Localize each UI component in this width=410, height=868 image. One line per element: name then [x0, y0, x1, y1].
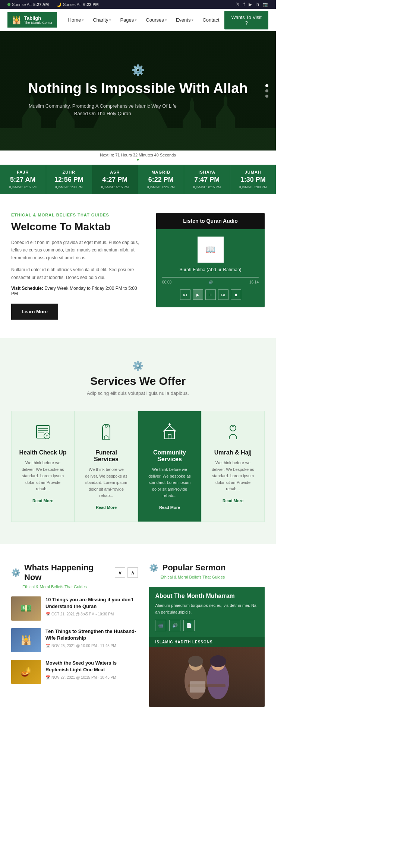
welcome-tag: ETHICAL & MORAL BELIEFS THAT GUIDES — [11, 213, 141, 217]
health-link[interactable]: Read More — [32, 498, 53, 503]
happening-subtitle: Ethical & Moral Beliefs That Guides — [22, 585, 138, 589]
prayer-zuhr-name: ZUHR — [50, 170, 88, 174]
service-health: Health Check Up We think before we deliv… — [11, 411, 75, 522]
visit-schedule: Visit Schedule: Every Week Monday to Fri… — [11, 286, 141, 296]
welcome-text-2: Nullam id dolor id nibh ultricies vehicu… — [11, 266, 141, 281]
hero-dots — [265, 84, 268, 98]
audio-header: Listen to Quran Audio — [156, 213, 265, 229]
hajj-name: Umrah & Hajj — [209, 449, 257, 456]
service-community: Community Services We think before we de… — [138, 411, 201, 522]
news-date-1: 📅 OCT 21, 2021 @ 8:45 PM - 10:30 PM — [45, 612, 138, 616]
nav-charity[interactable]: Charity ▾ — [89, 15, 115, 25]
nav-home[interactable]: Home ▾ — [64, 15, 88, 25]
linkedin-link[interactable]: in — [256, 2, 259, 7]
audio-prev-button[interactable]: ⏮ — [180, 289, 190, 300]
happening-prev-button[interactable]: ∨ — [115, 567, 125, 578]
moon-icon: 🌙 — [56, 2, 62, 7]
sermon-card-header: About The Month Muharram Alienum phaedru… — [149, 587, 265, 637]
sermon-video-button[interactable]: 📹 — [155, 620, 166, 631]
news-thumb-3: 🪔 — [11, 660, 41, 684]
quran-icon: 📖 — [205, 245, 215, 254]
audio-stop-button[interactable]: ⏹ — [231, 289, 241, 300]
happening-header: ⚙️ Whats Happening Now ∨ ∧ — [11, 563, 138, 582]
hero-title: Nothing Is Impossible With Allah — [28, 80, 247, 97]
twitter-link[interactable]: 𝕏 — [236, 2, 240, 7]
happening-title: Whats Happening Now — [24, 563, 111, 582]
audio-total-time: 16:14 — [249, 280, 259, 284]
sunrise-time: 5:27 AM — [33, 2, 49, 7]
services-section: ⚙️ Services We Offer Adipiscing elit dui… — [0, 338, 276, 544]
audio-progress-bar[interactable] — [162, 277, 259, 278]
hero-dot-3[interactable] — [265, 95, 268, 98]
community-link[interactable]: Read More — [159, 505, 180, 510]
audio-times: 00:00 🔊 16:14 — [162, 280, 259, 284]
funeral-link[interactable]: Read More — [96, 505, 117, 510]
audio-body: 📖 Surah-Fatiha (Abd-ur-Rahman) 00:00 🔊 1… — [156, 229, 265, 307]
visit-button[interactable]: Wants To Visit ? — [224, 11, 268, 29]
prayer-times-bar: FAJR 5:27 AM IQAMAH: 6:15 AM ZUHR 12:56 … — [0, 165, 276, 194]
nav-links: Home ▾ Charity ▾ Pages ▾ Courses ▾ Event… — [64, 11, 268, 29]
nav-contact[interactable]: Contact — [199, 15, 223, 25]
community-name: Community Services — [146, 449, 193, 463]
youtube-link[interactable]: ▶ — [249, 2, 252, 7]
news-title-3[interactable]: Moveth the Seed you Waters is Replenish … — [45, 660, 138, 673]
prayer-magrib: MAGRIB 6:22 PM IQAMAH: 6:26 PM — [138, 165, 184, 194]
logo-subtitle: The Islamic Center — [24, 21, 53, 25]
sermon-hadith-label: ISLAMIC HADITH LESSONS — [149, 637, 265, 647]
hero-dot-2[interactable] — [265, 89, 268, 92]
logo: 🕌 Tabligh The Islamic Center — [7, 12, 57, 28]
prayer-asr-iqamah: IQAMAH: 5:15 PM — [96, 185, 134, 189]
welcome-section: ETHICAL & MORAL BELIEFS THAT GUIDES Welc… — [0, 194, 276, 338]
quran-audio-player: Listen to Quran Audio 📖 Surah-Fatiha (Ab… — [156, 213, 265, 307]
prayer-zuhr-iqamah: IQAMAH: 1:30 PM — [50, 185, 88, 189]
sermon-audio-button[interactable]: 🔊 — [169, 620, 180, 631]
hajj-link[interactable]: Read More — [223, 498, 243, 503]
prayer-fajr-name: FAJR — [4, 170, 42, 174]
svg-point-7 — [105, 425, 107, 427]
audio-pause-button[interactable]: ⏸ — [205, 289, 216, 300]
hajj-desc: We think before we deliver. We bespoke a… — [209, 460, 257, 492]
nav-pages[interactable]: Pages ▾ — [116, 15, 141, 25]
health-desc: We think before we deliver. We bespoke a… — [19, 460, 67, 492]
news-content-3: Moveth the Seed you Waters is Replenish … — [45, 660, 138, 679]
hero-subtitle: Muslim Community, Promoting A Comprehens… — [28, 102, 177, 118]
nav-events[interactable]: Events ▾ — [172, 15, 198, 25]
happening-next-button[interactable]: ∧ — [127, 567, 138, 578]
sunrise-info: Sunrise At: 5:27 AM — [7, 2, 49, 7]
prayer-jumah-name: JUMAH — [234, 170, 272, 174]
nav-courses[interactable]: Courses ▾ — [142, 15, 170, 25]
learn-more-button[interactable]: Learn More — [11, 304, 58, 320]
news-item-1: 💵 10 Things you are Missing if you don't… — [11, 596, 138, 621]
sermon-column: ⚙️ Popular Sermon Ethical & Moral Belief… — [149, 563, 265, 707]
prayer-fajr: FAJR 5:27 AM IQAMAH: 6:15 AM — [0, 165, 46, 194]
services-icon: ⚙️ — [11, 361, 265, 371]
hajj-icon — [209, 422, 257, 443]
chevron-down-icon: ▾ — [165, 18, 167, 22]
instagram-link[interactable]: 📷 — [263, 2, 268, 7]
news-date-3: 📅 NOV 27, 2021 @ 10:15 PM - 10:45 PM — [45, 675, 138, 679]
services-subtitle: Adipiscing elit duis volutpat ligula nul… — [11, 390, 265, 396]
news-title-1[interactable]: 10 Things you are Missing if you don't U… — [45, 596, 138, 610]
sermon-image-inner — [149, 647, 265, 707]
welcome-left: ETHICAL & MORAL BELIEFS THAT GUIDES Welc… — [11, 213, 141, 320]
sermon-card-text: Alienum phaedrum torquatos nec eu, vis d… — [155, 602, 259, 615]
volume-icon: 🔊 — [208, 280, 213, 284]
chevron-down-icon: ▾ — [109, 18, 111, 22]
audio-next-button[interactable]: ⏭ — [218, 289, 228, 300]
hero-dot-1[interactable] — [265, 84, 268, 87]
facebook-link[interactable]: f — [243, 2, 245, 7]
chevron-down-icon: ▾ — [135, 18, 137, 22]
sermon-header: ⚙️ Popular Sermon — [149, 563, 265, 573]
audio-play-button[interactable]: ▶ — [193, 289, 203, 300]
sermon-doc-button[interactable]: 📄 — [183, 620, 195, 631]
health-name: Health Check Up — [19, 449, 67, 456]
social-links: 𝕏 f ▶ in 📷 — [236, 2, 268, 7]
sermon-action-icons: 📹 🔊 📄 — [155, 620, 259, 631]
services-grid: Health Check Up We think before we deliv… — [11, 411, 265, 522]
news-item-3: 🪔 Moveth the Seed you Waters is Replenis… — [11, 660, 138, 684]
top-bar: Sunrise At: 5:27 AM 🌙 Sunset At: 6:22 PM… — [0, 0, 276, 9]
prayer-jumah-iqamah: IQAMAH: 2:00 PM — [234, 185, 272, 189]
service-hajj: Umrah & Hajj We think before we deliver.… — [201, 411, 265, 522]
sermon-image — [149, 647, 265, 707]
news-title-2[interactable]: Ten Things to Strengthen the Husband-Wif… — [45, 628, 138, 642]
